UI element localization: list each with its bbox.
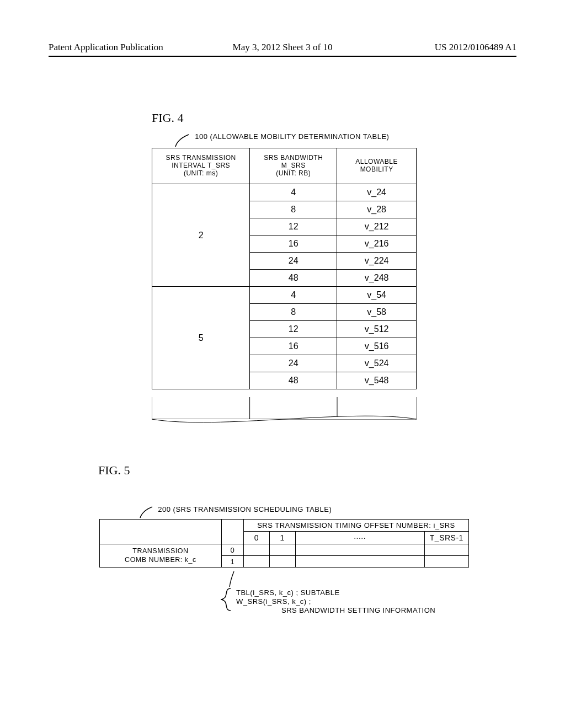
- col-header-last: T_SRS-1: [424, 532, 468, 544]
- interval-cell: 2: [152, 184, 250, 287]
- col-header-dots: ·····: [295, 532, 424, 544]
- mobility-cell: v_216: [337, 235, 417, 253]
- bandwidth-cell: 12: [250, 218, 337, 235]
- figure-5-label: FIG. 5: [98, 463, 130, 478]
- cell-1-1: [269, 556, 295, 568]
- bandwidth-cell: 8: [250, 201, 337, 218]
- mobility-cell: v_28: [337, 201, 417, 218]
- fig4-leader-line-icon: [174, 133, 191, 148]
- bandwidth-cell: 4: [250, 184, 337, 201]
- figure-5-table-caption: 200 (SRS TRANSMISSION SCHEDULING TABLE): [153, 497, 332, 513]
- bandwidth-cell: 4: [250, 287, 337, 304]
- col-header-0: 0: [243, 532, 269, 544]
- bandwidth-cell: 24: [250, 355, 337, 372]
- figure-4-label: FIG. 4: [152, 111, 183, 125]
- fig5-annotation: TBL(i_SRS, k_c) ; SUBTABLE W_SRS(i_SRS, …: [220, 586, 457, 625]
- allowable-mobility-table: SRS TRANSMISSION INTERVAL T_SRS (UNIT: m…: [152, 148, 417, 389]
- bandwidth-cell: 48: [250, 372, 337, 389]
- bandwidth-cell: 8: [250, 304, 337, 321]
- mobility-cell: v_224: [337, 253, 417, 270]
- fig4-ref-number: 100: [195, 132, 207, 141]
- annotation-leader-line-icon: [228, 571, 239, 588]
- srs-scheduling-table: SRS TRANSMISSION TIMING OFFSET NUMBER: i…: [99, 519, 469, 568]
- bandwidth-cell: 48: [250, 270, 337, 287]
- annotation-line-2: W_SRS(i_SRS, k_c) ;: [236, 597, 311, 606]
- fig5-leader-line-icon: [139, 506, 154, 519]
- annotation-line-3: SRS BANDWIDTH SETTING INFORMATION: [281, 606, 435, 614]
- annotation-line-1: TBL(i_SRS, k_c) ; SUBTABLE: [236, 588, 340, 597]
- bandwidth-cell: 24: [250, 253, 337, 270]
- mobility-cell: v_548: [337, 372, 417, 389]
- col-header-bandwidth: SRS BANDWIDTH M_SRS (UNIT: RB): [250, 148, 337, 184]
- table-row: 24v_24: [152, 184, 417, 201]
- mobility-cell: v_516: [337, 338, 417, 355]
- row-header-0: 0: [221, 544, 243, 556]
- cell-0-0: [243, 544, 269, 556]
- fig4-table-title: (ALLOWABLE MOBILITY DETERMINATION TABLE): [210, 132, 390, 141]
- cell-1-last: [424, 556, 468, 568]
- mobility-cell: v_24: [337, 184, 417, 201]
- mobility-cell: v_54: [337, 287, 417, 304]
- col-header-mobility: ALLOWABLE MOBILITY: [337, 148, 417, 184]
- cell-1-0: [243, 556, 269, 568]
- interval-cell: 5: [152, 287, 250, 389]
- cell-0-last: [424, 544, 468, 556]
- col-group-header: SRS TRANSMISSION TIMING OFFSET NUMBER: i…: [243, 520, 468, 532]
- mobility-cell: v_212: [337, 218, 417, 235]
- row-group-header: TRANSMISSION COMB NUMBER: k_c: [100, 544, 222, 568]
- figure-4-table-caption: 100 (ALLOWABLE MOBILITY DETERMINATION TA…: [190, 124, 389, 141]
- cell-0-1: [269, 544, 295, 556]
- bandwidth-cell: 12: [250, 321, 337, 338]
- cell-1-dots: [295, 556, 424, 568]
- bandwidth-cell: 16: [250, 235, 337, 253]
- mobility-cell: v_58: [337, 304, 417, 321]
- col-header-1: 1: [269, 532, 295, 544]
- curly-brace-icon: [220, 587, 233, 612]
- fig5-ref-number: 200: [158, 505, 170, 513]
- fig5-table-title: (SRS TRANSMISSION SCHEDULING TABLE): [173, 505, 332, 513]
- mobility-cell: v_248: [337, 270, 417, 287]
- mobility-cell: v_524: [337, 355, 417, 372]
- table-torn-edge-icon: [152, 397, 417, 430]
- header-rule: [49, 56, 516, 57]
- bandwidth-cell: 16: [250, 338, 337, 355]
- cell-0-dots: [295, 544, 424, 556]
- header-right: US 2012/0106489 A1: [435, 42, 516, 53]
- col-header-interval: SRS TRANSMISSION INTERVAL T_SRS (UNIT: m…: [152, 148, 250, 184]
- table-row: 54v_54: [152, 287, 417, 304]
- row-header-1: 1: [221, 556, 243, 568]
- mobility-cell: v_512: [337, 321, 417, 338]
